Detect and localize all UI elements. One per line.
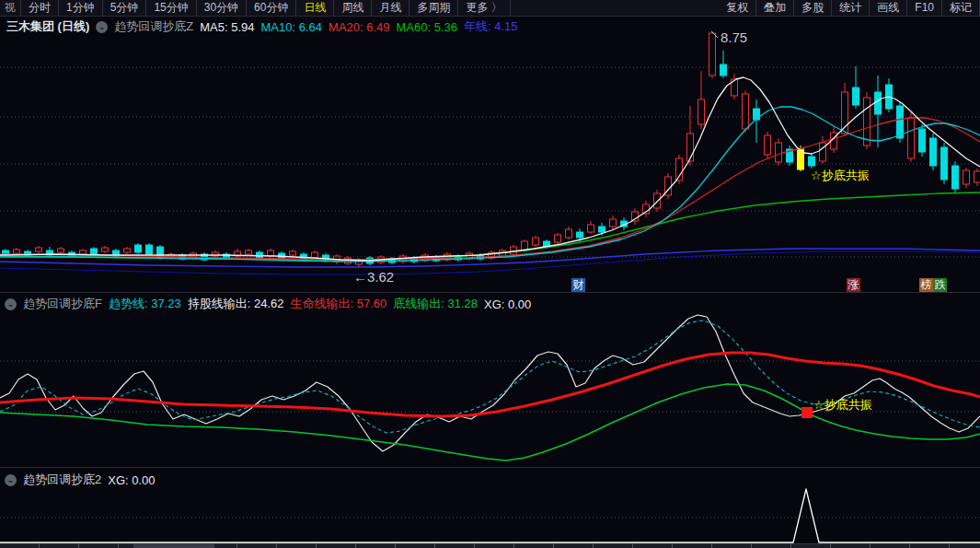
bottom-panel-header: ⌄ 趋势回调抄底2 XG: 0.00: [5, 472, 156, 488]
buy-signal-label-main: ☆抄底共振: [811, 168, 870, 184]
badge-die[interactable]: 跌: [933, 278, 947, 292]
main-indicator-name: 趋势回调抄底Z: [114, 18, 193, 35]
legend-ma60: MA60: 5.36: [397, 20, 458, 34]
menu-item-draw-line[interactable]: 画线: [870, 0, 907, 16]
legend-year-line: 年线: 4.15: [464, 18, 518, 35]
legend-bottom-line: 底线输出: 31.28: [393, 296, 478, 312]
legend-xg-middle: XG: 0.00: [484, 297, 531, 311]
menu-item-15min[interactable]: 15分钟: [146, 0, 196, 16]
high-price-label: 8.75: [721, 29, 747, 45]
buy-signal-label-middle: ☆抄底共振: [813, 397, 872, 414]
legend-ma10: MA10: 6.64: [261, 20, 323, 34]
menu-item-daily[interactable]: 日线: [296, 0, 334, 16]
bottom-axis-segment: [133, 544, 214, 548]
collapse-chevron-icon-middle[interactable]: ⌄: [5, 298, 17, 310]
menu-item-multi-stock[interactable]: 多股: [794, 0, 832, 16]
menu-item-fuquan[interactable]: 复权: [719, 0, 756, 16]
menu-item-mark[interactable]: 标记: [942, 0, 980, 16]
collapse-chevron-icon[interactable]: ⌄: [96, 21, 108, 33]
low-price-label: ←3.62: [353, 269, 394, 285]
badge-cai[interactable]: 财: [571, 278, 585, 292]
panel-divider-2: [0, 467, 980, 468]
stock-title: 三木集团 (日线): [6, 18, 89, 35]
menu-item-30min[interactable]: 30分钟: [197, 0, 247, 16]
panel-divider-1: [0, 292, 980, 293]
legend-xg-bottom: XG: 0.00: [108, 473, 155, 487]
legend-life-line: 生命线输出: 57.60: [290, 296, 386, 312]
middle-panel-header: ⌄ 趋势回调抄底F 趋势线: 37.23 持股线输出: 24.62 生命线输出:…: [5, 296, 531, 312]
legend-ma5: MA5: 5.94: [200, 20, 254, 34]
chart-canvas[interactable]: [0, 0, 980, 548]
badge-bang[interactable]: 榜: [919, 278, 933, 292]
menu-item-f10[interactable]: F10: [907, 0, 942, 16]
menu-item-5min[interactable]: 5分钟: [103, 0, 147, 16]
trading-app-window: { "menu": { "clipped_label": "视", "items…: [0, 0, 980, 548]
collapse-chevron-icon-bottom[interactable]: ⌄: [5, 474, 17, 486]
menu-item-fenshi[interactable]: 分时: [21, 0, 59, 16]
main-chart-header: 三木集团 (日线) ⌄ 趋势回调抄底Z MA5: 5.94 MA10: 6.64…: [6, 18, 518, 35]
menu-item-overlay[interactable]: 叠加: [756, 0, 794, 16]
badge-zhang[interactable]: 涨: [847, 278, 860, 292]
middle-indicator-name: 趋势回调抄底F: [23, 296, 102, 312]
legend-holding-line: 持股线输出: 24.62: [188, 296, 284, 312]
menu-item-weekly[interactable]: 周线: [334, 0, 372, 16]
menu-item-more[interactable]: 更多 〉: [458, 0, 510, 16]
menu-item-multi-period[interactable]: 多周期: [409, 0, 458, 16]
menu-right-group: 复权 叠加 多股 统计 画线 F10 标记: [719, 0, 980, 16]
menu-item-monthly[interactable]: 月线: [372, 0, 409, 16]
bottom-indicator-name: 趋势回调抄底2: [23, 472, 101, 488]
legend-trend-line: 趋势线: 37.23: [109, 296, 181, 312]
menu-item-60min[interactable]: 60分钟: [247, 0, 296, 16]
menu-item-clipped[interactable]: 视: [0, 0, 21, 16]
top-menu-bar: 视 分时 1分钟 5分钟 15分钟 30分钟 60分钟 日线 周线 月线 多周期…: [0, 0, 980, 17]
legend-ma20: MA20: 6.49: [329, 20, 390, 34]
menu-item-stats[interactable]: 统计: [832, 0, 870, 16]
menu-item-1min[interactable]: 1分钟: [59, 0, 103, 16]
